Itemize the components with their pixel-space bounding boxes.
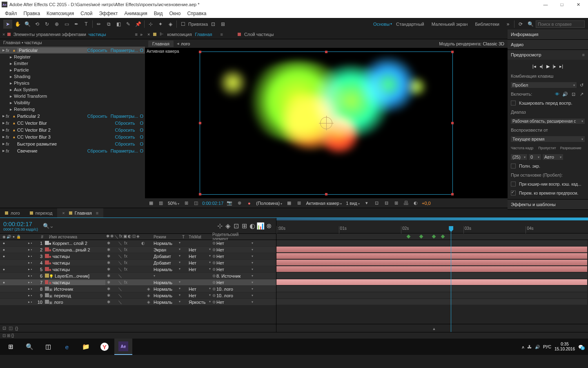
- view2-icon[interactable]: ⊟: [383, 200, 390, 207]
- workspace-libraries[interactable]: Библиотеки: [472, 22, 503, 27]
- maximize-button[interactable]: □: [554, 0, 570, 9]
- timeline-tab-transition[interactable]: переход: [25, 208, 58, 218]
- play-icon[interactable]: ▶: [546, 64, 550, 69]
- viewer-timecode[interactable]: 0:00:02:17: [202, 201, 223, 206]
- layer-row[interactable]: ●▸ ▪7■ частицы✱＼fxНормаль⊚Нет: [0, 279, 276, 286]
- clone-tool-icon[interactable]: ⧉: [104, 20, 113, 29]
- eraser-tool-icon[interactable]: ◧: [114, 20, 123, 29]
- selection-handle[interactable]: [325, 193, 327, 195]
- rotate-tool-icon[interactable]: ↻: [42, 20, 51, 29]
- help-search-input[interactable]: [536, 20, 585, 28]
- layer-duration-bar[interactable]: [276, 266, 587, 272]
- orbit-tool-icon[interactable]: ⟲: [33, 20, 42, 29]
- fx-tab-label[interactable]: Элементы управления эффектами: [13, 32, 86, 37]
- view-axis-icon[interactable]: ◈: [166, 20, 175, 29]
- exposure-value[interactable]: +0,0: [422, 201, 431, 206]
- comp-mini-flow-icon[interactable]: ⊹: [216, 222, 224, 230]
- zoom-dropdown[interactable]: 50%: [167, 201, 180, 206]
- explorer-icon[interactable]: 📁: [77, 339, 95, 355]
- edge-icon[interactable]: e: [58, 339, 76, 355]
- selection-handle[interactable]: [325, 51, 327, 53]
- layer-row[interactable]: ▸ ▪10▣ лого✱＼◈НормальЯркость⊚Нет: [0, 299, 276, 305]
- view4-icon[interactable]: 品: [402, 200, 410, 207]
- snap-opt1-icon[interactable]: ⊡: [209, 20, 218, 29]
- shortcut-select[interactable]: Пробел: [511, 82, 577, 88]
- pen-tool-icon[interactable]: ✒: [72, 20, 81, 29]
- menu-animation[interactable]: Анимация: [121, 10, 150, 17]
- timeline-zoom[interactable]: ▲: [276, 324, 588, 332]
- timeline-search-icon[interactable]: 🔍⌄: [43, 223, 54, 229]
- effect-header[interactable]: ▸fx▲CC Vector Blur 2СброситьО: [0, 126, 145, 133]
- tl-toggle-modes-icon[interactable]: ◫: [9, 325, 13, 331]
- col-mode[interactable]: Режим: [153, 235, 181, 239]
- roi-icon[interactable]: ◫: [192, 200, 200, 207]
- composition-frame[interactable]: [200, 52, 453, 195]
- selection-handle[interactable]: [451, 122, 454, 124]
- effect-header[interactable]: ▸fxБыстрое размытиеСброситьО: [0, 140, 145, 147]
- video-toggle-icon[interactable]: 👁: [554, 91, 560, 97]
- layer-duration-bar[interactable]: [276, 299, 587, 305]
- effect-group[interactable]: ▸Physics: [0, 80, 145, 86]
- effect-group[interactable]: ▸Particle: [0, 67, 145, 73]
- resolution-dropdown[interactable]: (Половина): [255, 201, 283, 206]
- goto-start-icon[interactable]: |◂: [532, 64, 536, 69]
- layer-row[interactable]: ▸ ▪8▣ Источник✱＼◈НормальНет⊚10. лого: [0, 286, 276, 292]
- res-select[interactable]: Авто: [543, 154, 563, 160]
- timeline-tab-main[interactable]: ×Главная≡: [57, 208, 103, 218]
- layer-duration-bar[interactable]: [276, 253, 587, 259]
- cache-checkbox[interactable]: [511, 101, 516, 105]
- after-effects-taskbar-icon[interactable]: Ae: [114, 339, 132, 355]
- local-axis-icon[interactable]: ⊹: [146, 20, 155, 29]
- effect-group[interactable]: ▸World Transform: [0, 93, 145, 99]
- tray-notifications-icon[interactable]: 💬3: [578, 345, 583, 349]
- skip-select[interactable]: 0: [529, 154, 541, 160]
- timeline-workarea[interactable]: [276, 233, 588, 240]
- composition-viewport[interactable]: Активная камера: [145, 48, 508, 198]
- menu-composition[interactable]: Композиция: [43, 10, 77, 17]
- minimize-button[interactable]: —: [537, 0, 554, 9]
- tl-toggle-switches-icon[interactable]: ⊡: [2, 325, 6, 331]
- rect-tool-icon[interactable]: ▭: [62, 20, 71, 29]
- layer-row[interactable]: ●▸ ▪5■ частицы✱＼fxНормальНет⊚Нет: [0, 266, 276, 273]
- timeline-tab-logo[interactable]: лого: [0, 208, 25, 218]
- onstop2-checkbox[interactable]: [511, 191, 516, 195]
- close-tab-icon[interactable]: ×: [2, 32, 5, 37]
- close-tab-icon[interactable]: ×: [147, 32, 150, 37]
- menu-effect[interactable]: Эффект: [96, 10, 121, 17]
- task-view-icon[interactable]: ◫: [39, 339, 57, 355]
- puppet-tool-icon[interactable]: 📌: [134, 20, 143, 29]
- tl-toggle-in-out-icon[interactable]: {}: [15, 326, 18, 331]
- reset-icon[interactable]: ↺: [578, 82, 585, 88]
- view1-icon[interactable]: ⊡: [373, 200, 380, 207]
- audio-toggle-icon[interactable]: 🔊: [562, 91, 568, 97]
- workspace-essentials[interactable]: Основы: [373, 22, 390, 27]
- layer-row[interactable]: ▸ ▪4■ частицы✱＼fxДобавитНет⊚Нет: [0, 260, 276, 266]
- channel-icon[interactable]: ●: [245, 200, 253, 207]
- layer-row[interactable]: ▸ ▪6💡 LayerEm...очник]✱＼⊚8. Источник: [0, 273, 276, 279]
- hand-tool-icon[interactable]: ✋: [13, 20, 22, 29]
- show-snapshot-icon[interactable]: ⊗: [236, 200, 243, 207]
- col-name[interactable]: Имя источника: [48, 235, 105, 239]
- effect-header[interactable]: ▸fx▲Particular 2СброситьПараметры...О: [0, 112, 145, 119]
- info-panel-header[interactable]: Информация: [508, 29, 588, 39]
- transparency-grid-icon[interactable]: ▥: [157, 200, 165, 207]
- snap-toggle-icon[interactable]: ☐: [178, 20, 187, 29]
- menu-view[interactable]: Вид: [151, 10, 166, 17]
- effect-group[interactable]: ▸Rendering: [0, 106, 145, 112]
- start-button[interactable]: ⊞: [2, 339, 20, 355]
- layer-duration-bar[interactable]: [276, 292, 587, 298]
- menu-layer[interactable]: Слой: [77, 10, 96, 17]
- frame-blend-icon[interactable]: ⊞: [240, 222, 248, 230]
- selection-tool-icon[interactable]: ➤: [3, 20, 12, 29]
- effect-group[interactable]: ▸Emitter: [0, 60, 145, 67]
- layer-duration-bar[interactable]: [276, 279, 587, 285]
- fullscreen-checkbox[interactable]: [511, 164, 516, 168]
- menu-window[interactable]: Окно: [166, 10, 184, 17]
- tray-clock[interactable]: 0:3515.10.2016: [555, 342, 575, 352]
- anchor-tool-icon[interactable]: ⊕: [52, 20, 61, 29]
- col-trkmat[interactable]: TrkMat: [188, 235, 212, 239]
- layer-duration-bar[interactable]: [276, 240, 587, 246]
- effect-header[interactable]: ▸fx▲CC Vector BlurСброситьО: [0, 119, 145, 126]
- preview-panel-header[interactable]: Предпросмотр≡: [508, 50, 588, 60]
- fast-preview-icon[interactable]: ▦: [285, 200, 293, 207]
